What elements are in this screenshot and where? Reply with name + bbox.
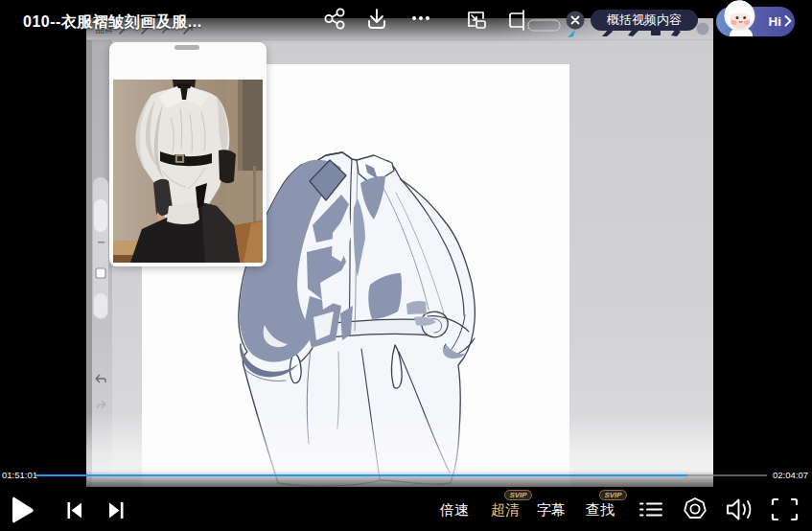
svg-text:Hi: Hi [769, 14, 782, 29]
